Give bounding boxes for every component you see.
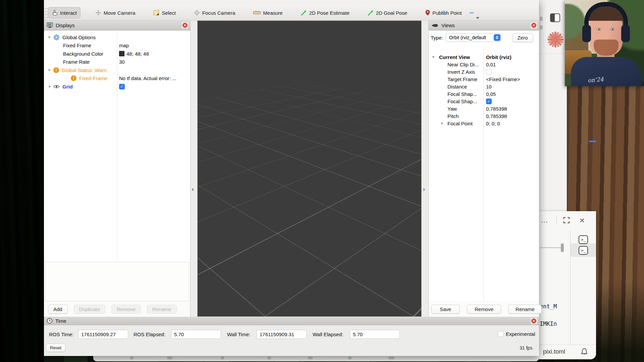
prop-value[interactable]: 10: [486, 84, 492, 89]
prop-row-current-view[interactable]: Current View Orbit (rviz): [429, 53, 539, 61]
more-options-icon[interactable]: ⋯: [541, 218, 548, 226]
checkbox-checked[interactable]: ✓: [486, 99, 492, 104]
add-tool-button[interactable]: +: [442, 5, 446, 20]
dropdown-value: Orbit (rviz_default: [449, 35, 486, 40]
close-icon[interactable]: ✕: [579, 217, 585, 225]
tool-label: Publish Point: [432, 10, 462, 16]
collapse-left-icon[interactable]: ‹: [192, 186, 194, 193]
tree-row-frame-rate[interactable]: Frame Rate 30: [44, 58, 190, 66]
prop-value[interactable]: 0,01: [486, 62, 496, 67]
prop-row-focal-shape-size[interactable]: Focal Shap... 0,05: [429, 90, 539, 98]
ros-elapsed-field[interactable]: [171, 330, 221, 339]
tool-2d-goal-pose[interactable]: 2D Goal Pose: [364, 7, 411, 18]
remove-button[interactable]: Remove: [111, 305, 141, 314]
prop-row-invert-z[interactable]: Invert Z Axis: [429, 68, 539, 75]
rename-button[interactable]: Rename: [508, 305, 542, 314]
color-swatch[interactable]: [119, 51, 124, 56]
render-viewport[interactable]: [197, 20, 422, 317]
row-value[interactable]: 30: [119, 59, 125, 65]
prop-row-distance[interactable]: Distance 10: [429, 83, 539, 90]
sidebar-toggle-icon[interactable]: [550, 13, 560, 22]
close-displays-button[interactable]: ✕: [181, 22, 189, 29]
tree-row-global-options[interactable]: Global Options: [44, 33, 190, 42]
terminal-icon[interactable]: >_: [579, 235, 588, 244]
checkbox-checked[interactable]: ✓: [119, 84, 125, 89]
views-panel-header[interactable]: Views ✕: [429, 20, 539, 31]
view-type-dropdown[interactable]: Orbit (rviz_default: [446, 33, 501, 42]
zero-button[interactable]: Zero: [512, 33, 533, 42]
prop-value[interactable]: 0,785398: [486, 113, 507, 119]
warning-icon: !: [53, 67, 59, 73]
prop-row-pitch[interactable]: Pitch 0,785398: [429, 112, 539, 120]
close-icon: ✕: [182, 23, 187, 28]
reset-button[interactable]: Reset: [46, 344, 65, 352]
divider: [556, 216, 557, 225]
row-label: Fixed Frame: [63, 43, 91, 48]
tree-row-background-color[interactable]: Background Color 48; 48; 48: [44, 50, 190, 58]
close-time-button[interactable]: ✕: [530, 317, 537, 324]
chevron-right-icon[interactable]: [49, 85, 51, 88]
checkbox-unchecked[interactable]: [498, 331, 503, 337]
display-description-box: [45, 262, 189, 301]
right-splitter[interactable]: ›: [422, 20, 428, 317]
tool-measure[interactable]: Measure: [250, 8, 286, 18]
webcam-headphone-cup: [582, 25, 591, 42]
bell-icon[interactable]: [581, 348, 588, 356]
warning-icon: !: [71, 75, 76, 81]
tool-move-camera[interactable]: Move Camera: [92, 7, 139, 18]
scrollbar-thumb[interactable]: [561, 243, 564, 252]
window-top-strip: [44, 0, 539, 5]
collapse-right-icon[interactable]: ›: [423, 186, 425, 193]
prop-row-focal-shape-fixed[interactable]: Focal Shap... ✓: [429, 98, 539, 105]
rename-button[interactable]: Rename: [147, 305, 177, 314]
move-arrows-icon: [95, 10, 101, 16]
prop-row-yaw[interactable]: Yaw 0,785398: [429, 105, 539, 112]
ros-time-field[interactable]: [78, 330, 128, 339]
remove-tool-button[interactable]: −: [469, 5, 474, 20]
save-button[interactable]: Save: [431, 305, 460, 314]
tool-2d-pose-estimate[interactable]: 2D Pose Estimate: [298, 7, 353, 18]
prop-value[interactable]: 0,785398: [486, 106, 507, 112]
toolbar-overflow-chevron-icon[interactable]: [476, 17, 479, 19]
displays-panel-header[interactable]: Displays ✕: [44, 20, 190, 31]
fullscreen-icon[interactable]: [563, 217, 570, 224]
prop-row-near-clip[interactable]: Near Clip Di... 0,01: [429, 61, 539, 68]
wall-elapsed-field[interactable]: [350, 330, 400, 339]
time-panel-header[interactable]: Time ✕: [44, 317, 539, 325]
prop-value[interactable]: 0; 0; 0: [486, 121, 500, 126]
stepper-icon[interactable]: [494, 34, 500, 41]
tree-row-grid[interactable]: Grid ✓: [44, 82, 190, 91]
row-value[interactable]: map: [119, 43, 129, 48]
tool-focus-camera[interactable]: Focus Camera: [191, 7, 238, 18]
add-button[interactable]: Add: [48, 305, 68, 314]
file-name-label[interactable]: pixi.toml: [543, 348, 565, 355]
prop-label: Target Frame: [447, 76, 477, 82]
wall-time-field[interactable]: [257, 330, 307, 339]
tree-row-global-status[interactable]: ! Global Status: Warn: [44, 66, 190, 74]
chevron-down-icon[interactable]: [48, 37, 51, 38]
chevron-right-icon[interactable]: [441, 122, 443, 125]
ros-time-label: ROS Time:: [49, 331, 73, 337]
tree-row-fixed-frame[interactable]: Fixed Frame map: [44, 42, 190, 50]
row-value[interactable]: 48; 48; 48: [126, 51, 149, 57]
duplicate-button[interactable]: Duplicate: [74, 305, 106, 314]
checkbox-unchecked[interactable]: [486, 69, 492, 75]
left-splitter[interactable]: ‹: [191, 20, 197, 317]
camera-icon: [431, 23, 439, 28]
tree-row-fixed-frame-warning[interactable]: ! Fixed Frame No tf data. Actual error: …: [44, 74, 190, 83]
gear-flower-icon: [53, 34, 60, 41]
prop-value[interactable]: 0,05: [486, 91, 496, 97]
remove-button[interactable]: Remove: [467, 305, 501, 314]
prop-row-focal-point[interactable]: Focal Point 0; 0; 0: [429, 120, 539, 127]
prop-value[interactable]: <Fixed Frame>: [486, 76, 520, 82]
close-views-button[interactable]: ✕: [530, 22, 537, 29]
clock-icon: [47, 318, 53, 324]
experimental-toggle[interactable]: Experimental: [498, 331, 535, 337]
terminal-icon[interactable]: >_: [579, 246, 588, 255]
chevron-down-icon[interactable]: [48, 69, 51, 71]
tool-interact[interactable]: Interact: [48, 7, 80, 18]
tool-select[interactable]: Select: [150, 7, 179, 18]
prop-row-target-frame[interactable]: Target Frame <Fixed Frame>: [429, 75, 539, 83]
chevron-down-icon[interactable]: [432, 56, 435, 58]
toolbar-drag-handle[interactable]: [45, 7, 47, 18]
